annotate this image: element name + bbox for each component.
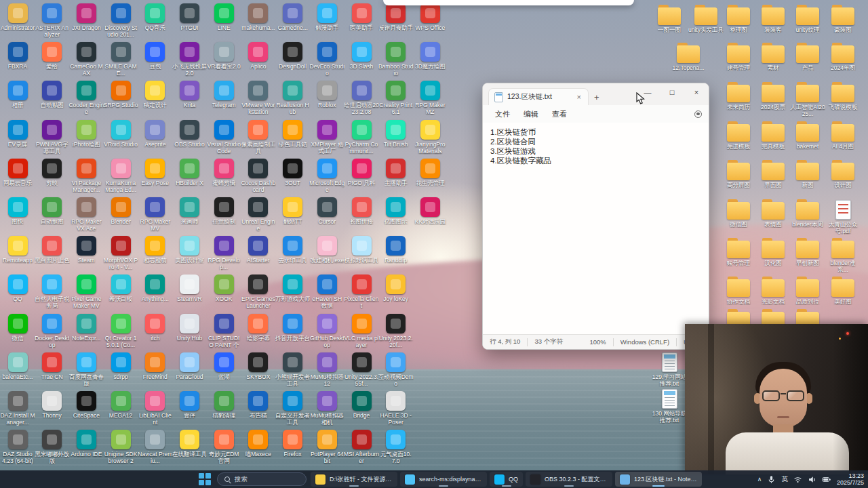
taskbar-search[interactable]: 搜索 — [217, 472, 307, 486]
desktop-icon-label: 整理图 — [721, 26, 756, 33]
folder-glyph — [796, 279, 819, 297]
battery-icon[interactable] — [822, 475, 831, 484]
taskbar-task-list: D:\张胜轩 - 文件资源管理器search-ms:displayname=搜索… — [311, 470, 702, 488]
taskbar-task-obs[interactable]: OBS 30.2.3 - 配置文件:... — [526, 472, 612, 487]
desktop-folder-icon[interactable]: 完具模板 — [756, 121, 790, 159]
desktop-folder-icon[interactable]: unity头发工具 — [689, 4, 723, 42]
desktop-folder-icon[interactable]: 美好图 — [826, 276, 860, 314]
folder-glyph — [796, 163, 819, 180]
desktop-icon-label: 界面图 — [755, 182, 791, 188]
tab-close-icon[interactable]: × — [576, 93, 583, 101]
desktop-folder-icon[interactable]: blender本周 — [791, 199, 825, 237]
desktop-folder-icon[interactable]: 飞碟说模板 — [826, 81, 860, 119]
notepad-titlebar[interactable]: 123.区块链.txt × + — □ × — [483, 83, 709, 105]
desktop-folder-icon[interactable]: 表情图 — [756, 199, 790, 237]
desktop-folder-icon[interactable]: 整理图 — [722, 4, 755, 42]
menu-file[interactable]: 文件 — [490, 107, 515, 121]
desktop-folder-icon[interactable]: 界面图 — [756, 159, 790, 197]
desktop-folder-icon[interactable]: 账号管理 — [722, 237, 755, 275]
desktop-icon-label: 新图 — [790, 182, 825, 188]
obs-icon — [530, 474, 540, 485]
notepad-statusbar: 行 4, 列 10 33 个字符 100% Windows (CRLF) UTF… — [483, 334, 709, 349]
desktop-folder-icon[interactable]: 汉化图 — [756, 237, 790, 275]
desktop-folder-icon[interactable]: 产品 — [791, 42, 825, 80]
wifi-icon[interactable] — [793, 475, 802, 484]
desktop-folder-icon[interactable]: 12.Topena... — [671, 42, 705, 80]
desktop-file-icon[interactable]: 太青山公众号.pdf — [826, 199, 860, 237]
folder-glyph — [762, 241, 785, 258]
notepad-text-area[interactable]: 1.区块链货币2.区块链合同3.区块链游戏4.区块链数字藏品 — [483, 123, 709, 334]
folder-glyph — [762, 7, 785, 25]
desktop-folder-icon[interactable]: 高分屏图 — [722, 159, 755, 197]
window-caption-buttons: — □ × — [635, 83, 709, 101]
input-language-indicator[interactable]: 英 — [781, 475, 788, 484]
desktop-icon-label: 豪装图 — [825, 26, 861, 33]
desktop-icon-label: 早创新图 — [790, 260, 825, 266]
desktop-folder-icon[interactable]: bakemet — [791, 121, 825, 159]
settings-gear-icon[interactable] — [694, 110, 702, 118]
desktop-icon-label: 装装客 — [755, 26, 791, 33]
folder-glyph — [727, 45, 750, 63]
search-window-icon — [405, 474, 415, 485]
microphone-icon[interactable] — [767, 475, 776, 484]
desktop-folder-icon[interactable]: blender准系... — [826, 237, 860, 275]
start-button[interactable] — [197, 472, 213, 487]
status-zoom[interactable]: 100% — [589, 338, 606, 346]
desktop-folder-icon[interactable]: 设计图 — [826, 159, 860, 197]
desktop-folder-icon[interactable]: 早创新图 — [791, 237, 825, 275]
folder-glyph — [762, 279, 785, 297]
folder-glyph — [762, 85, 785, 102]
desktop-folder-icon[interactable]: 素材 — [756, 42, 790, 80]
desktop-icon-label: 汉化图 — [755, 260, 791, 266]
folder-glyph — [727, 279, 750, 297]
text-line: 3.区块链游戏 — [490, 146, 701, 156]
notepad-tab[interactable]: 123.区块链.txt × — [488, 88, 589, 105]
menu-view[interactable]: 查看 — [547, 107, 572, 121]
qq-icon — [494, 474, 505, 485]
desktop-folder-icon[interactable]: 未来简历 — [722, 81, 755, 119]
folder-glyph — [796, 124, 819, 142]
taskbar-task-qq[interactable]: QQ — [490, 472, 523, 487]
desktop-folder-icon[interactable]: 新图 — [791, 159, 825, 197]
menu-edit[interactable]: 编辑 — [518, 107, 544, 121]
status-line-ending[interactable]: Windows (CRLF) — [620, 338, 669, 346]
desktop-icon-label: 品质到位 — [790, 298, 825, 305]
folder-glyph — [727, 163, 750, 180]
taskbar-task-notepad[interactable]: 123.区块链.txt - Notepad — [615, 472, 702, 487]
desktop-folder-icon[interactable]: 2024年图 — [826, 42, 860, 80]
desktop-folder-icon[interactable]: 先进模板 — [722, 121, 755, 159]
desktop-folder-icon[interactable]: 2024股票 — [756, 81, 790, 119]
desktop-folder-icon[interactable]: 豪装图 — [826, 4, 860, 42]
desktop-file-icon[interactable]: 129.学习网站推荐.txt — [652, 351, 686, 389]
status-cursor-position: 行 4, 列 10 — [490, 338, 520, 346]
minimize-button[interactable]: — — [635, 83, 660, 101]
background-window-edge[interactable] — [383, 0, 634, 5]
tray-chevron-up-icon[interactable]: ∧ — [757, 476, 762, 483]
person-shirt — [726, 432, 849, 474]
desktop-icon-label: 产品 — [790, 64, 825, 71]
maximize-button[interactable]: □ — [660, 83, 684, 101]
file-glyph — [835, 200, 851, 220]
desktop-file-icon[interactable]: 130.网站导航推荐.txt — [652, 388, 686, 426]
taskbar-task-search-window[interactable]: search-ms:displayname=搜索... — [400, 472, 487, 487]
desktop-folder-icon[interactable]: 装装客 — [756, 4, 790, 42]
status-char-count: 33 个字符 — [534, 338, 563, 346]
desktop-folder-icon[interactable]: 一图一图 — [652, 4, 686, 42]
desktop-folder-icon[interactable]: AI 4月图 — [826, 121, 860, 159]
desktop-folder-icon[interactable]: 建号管理 — [722, 42, 755, 80]
notepad-menubar: 文件 编辑 查看 — [483, 105, 709, 123]
taskbar-clock[interactable]: 13:23 2025/7/25 — [837, 472, 864, 487]
room-shadow — [833, 324, 868, 474]
desktop-folder-icon[interactable]: unity纹理 — [791, 4, 825, 42]
close-button[interactable]: × — [684, 83, 709, 101]
new-tab-button[interactable]: + — [594, 92, 599, 102]
desktop-icon-label: 人工智能AI2025... — [790, 104, 825, 117]
desktop-icon-label: 先进模板 — [721, 143, 756, 150]
taskbar-task-explorer[interactable]: D:\张胜轩 - 文件资源管理器 — [311, 472, 397, 487]
desktop-icon-label: unity头发工具 — [688, 26, 724, 33]
volume-icon[interactable] — [808, 475, 816, 484]
desktop-folder-icon[interactable]: 微信图 — [722, 199, 755, 237]
folder-glyph — [727, 124, 750, 142]
desktop-folder-icon[interactable]: 人工智能AI2025... — [791, 81, 825, 119]
folder-glyph — [762, 45, 785, 63]
